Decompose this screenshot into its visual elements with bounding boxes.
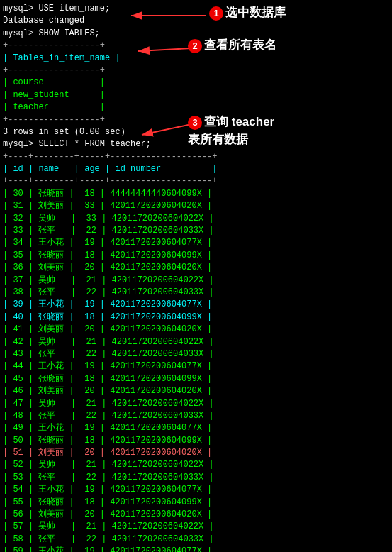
terminal-line: | 40 | 张晓丽 | 18 | 42011720200604099X | xyxy=(0,311,392,324)
terminal-line: +------------------+ xyxy=(0,40,392,52)
terminal-line: | 48 | 张平 | 22 | 42011720200604033X | xyxy=(0,410,392,422)
terminal-line: +------------------+ xyxy=(0,65,392,77)
terminal-line: | 41 | 刘美丽 | 20 | 42011720200604020X | xyxy=(0,324,392,336)
terminal-line: | 43 | 张平 | 22 | 42011720200604033X | xyxy=(0,348,392,360)
terminal-line: | Tables_in_item_name | xyxy=(0,53,392,65)
terminal-line: | 56 | 刘美丽 | 20 | 42011720200604020X | xyxy=(0,509,392,521)
terminal-line: | 47 | 吴帅 | 21 | 42011720200604022X | xyxy=(0,398,392,410)
terminal-line: | 45 | 张晓丽 | 18 | 42011720200604099X | xyxy=(0,373,392,385)
terminal-line: | 53 | 张平 | 22 | 42011720200604033X | xyxy=(0,472,392,484)
terminal-line: | 38 | 张平 | 22 | 42011720200604033X | xyxy=(0,287,392,299)
terminal-line: mysql> USE item_name; xyxy=(0,3,392,15)
terminal-line: | 30 | 张晓丽 | 18 | 44444444440604099X | xyxy=(0,188,392,200)
terminal-line: | course | xyxy=(0,77,392,89)
terminal-line: | 55 | 张晓丽 | 18 | 42011720200604099X | xyxy=(0,497,392,509)
terminal-line: | new_student | xyxy=(0,89,392,101)
terminal-line: | 36 | 刘美丽 | 20 | 42011720200604020X | xyxy=(0,262,392,274)
terminal-line: | teacher | xyxy=(0,101,392,114)
terminal-line: | 42 | 吴帅 | 21 | 42011720200604022X | xyxy=(0,336,392,348)
terminal-line: | 33 | 张平 | 22 | 42011720200604033X | xyxy=(0,225,392,237)
terminal-line: +----+--------+-----+-------------------… xyxy=(0,175,392,187)
terminal-line: | 46 | 刘美丽 | 20 | 42011720200604020X | xyxy=(0,385,392,397)
terminal-line: | 32 | 吴帅 | 33 | 42011720200604022X | xyxy=(0,213,392,225)
terminal-line: +----+--------+-----+-------------------… xyxy=(0,151,392,163)
terminal-line: | 52 | 吴帅 | 21 | 42011720200604022X | xyxy=(0,459,392,471)
terminal-window: mysql> USE item_name;Database changedmys… xyxy=(0,0,392,552)
terminal-line: | 57 | 吴帅 | 21 | 42011720200604022X | xyxy=(0,521,392,533)
terminal-line: | 37 | 吴帅 | 21 | 42011720200604022X | xyxy=(0,275,392,287)
terminal-line: 3 rows in set (0.00 sec) xyxy=(0,126,392,138)
terminal-line: mysql> SELECT * FROM teacher; xyxy=(0,138,392,150)
terminal-line: | 51 | 刘美丽 | 20 | 42011720200604020X | xyxy=(0,447,392,459)
terminal-line: | 39 | 王小花 | 19 | 42011720200604077X | xyxy=(0,299,392,311)
terminal-line: | 35 | 张晓丽 | 18 | 42011720200604099X | xyxy=(0,250,392,262)
terminal-line: | 54 | 王小花 | 19 | 42011720200604077X | xyxy=(0,484,392,496)
terminal-line: | 50 | 张晓丽 | 18 | 42011720200604099X | xyxy=(0,435,392,447)
terminal-line: | 49 | 王小花 | 19 | 42011720200604077X | xyxy=(0,422,392,434)
terminal-line: +------------------+ xyxy=(0,114,392,126)
terminal-line: | 59 | 王小花 | 19 | 42011720200604077X | xyxy=(0,546,392,552)
terminal-line: | 44 | 王小花 | 19 | 42011720200604077X | xyxy=(0,360,392,372)
terminal-line: Database changed xyxy=(0,15,392,27)
terminal-line: | 31 | 刘美丽 | 33 | 42011720200604020X | xyxy=(0,200,392,212)
terminal-line: mysql> SHOW TABLES; xyxy=(0,28,392,40)
terminal-line: | 58 | 张平 | 22 | 42011720200604033X | xyxy=(0,534,392,546)
terminal-line: | id | name | age | id_number | xyxy=(0,163,392,175)
terminal-line: | 34 | 王小花 | 19 | 42011720200604077X | xyxy=(0,237,392,249)
